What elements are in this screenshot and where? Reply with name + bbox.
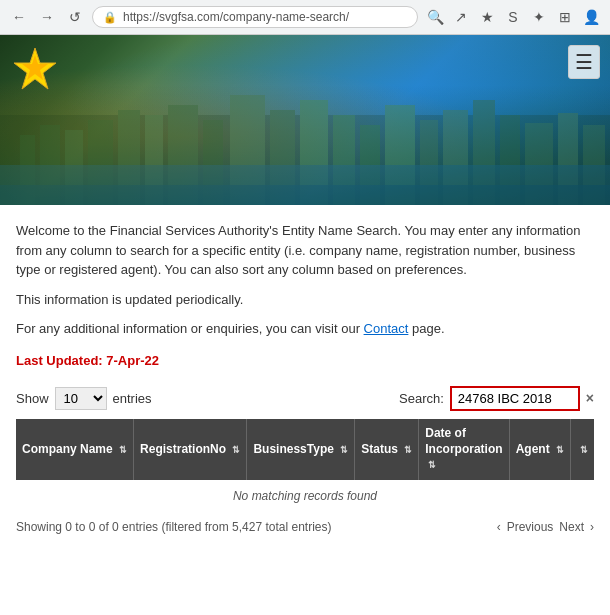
search-label: Search: [399, 389, 444, 409]
svg-rect-23 [0, 185, 610, 205]
sort-doi-icon: ⇅ [428, 460, 436, 470]
header-banner: ☰ [0, 35, 610, 205]
pagination-arrow-left: ‹ [497, 518, 501, 536]
contact-link[interactable]: Contact [364, 321, 409, 336]
extension2-icon[interactable]: ✦ [528, 6, 550, 28]
sort-status-icon: ⇅ [404, 445, 412, 455]
col-company-name[interactable]: Company Name ⇅ [16, 419, 134, 480]
col-business-type-label: BusinessType [253, 442, 333, 456]
update-info: This information is updated periodically… [16, 290, 594, 310]
no-records-message: No matching records found [16, 480, 594, 512]
bookmark-icon[interactable]: ★ [476, 6, 498, 28]
col-business-type[interactable]: BusinessType ⇅ [247, 419, 355, 480]
data-table: Company Name ⇅ RegistrationNo ⇅ Business… [16, 419, 594, 512]
menu-button[interactable]: ☰ [568, 45, 600, 79]
col-doi-label: Date ofIncorporation [425, 426, 502, 456]
search-clear-button[interactable]: × [586, 388, 594, 409]
main-content: Welcome to the Financial Services Author… [0, 205, 610, 552]
col-status-label: Status [361, 442, 398, 456]
address-bar[interactable]: 🔒 https://svgfsa.com/company-name-search… [92, 6, 418, 28]
reload-button[interactable]: ↺ [64, 6, 86, 28]
table-header: Company Name ⇅ RegistrationNo ⇅ Business… [16, 419, 594, 480]
col-registration-no-label: RegistrationNo [140, 442, 226, 456]
last-updated-label: Last Updated: [16, 353, 103, 368]
forward-button[interactable]: → [36, 6, 58, 28]
table-controls: Show 10 25 50 100 entries Search: × [16, 386, 594, 411]
profile-icon[interactable]: 👤 [580, 6, 602, 28]
col-extra[interactable]: ⇅ [571, 419, 595, 480]
previous-button[interactable]: Previous [507, 518, 554, 536]
sort-extra-icon: ⇅ [580, 445, 588, 455]
contact-paragraph: For any additional information or enquir… [16, 319, 594, 339]
sort-registration-no-icon: ⇅ [232, 445, 240, 455]
lock-icon: 🔒 [103, 11, 117, 24]
browser-actions: 🔍 ↗ ★ S ✦ ⊞ 👤 [424, 6, 602, 28]
col-registration-no[interactable]: RegistrationNo ⇅ [134, 419, 247, 480]
sort-company-name-icon: ⇅ [119, 445, 127, 455]
back-button[interactable]: ← [8, 6, 30, 28]
contact-suffix: page. [408, 321, 444, 336]
url-text: https://svgfsa.com/company-name-search/ [123, 10, 407, 24]
share-icon[interactable]: ↗ [450, 6, 472, 28]
pagination: ‹ Previous Next › [497, 518, 594, 536]
extension1-icon[interactable]: S [502, 6, 524, 28]
search-box: Search: × [399, 386, 594, 411]
next-button[interactable]: Next [559, 518, 584, 536]
sort-business-type-icon: ⇅ [340, 445, 348, 455]
search-input[interactable] [450, 386, 580, 411]
col-agent[interactable]: Agent ⇅ [509, 419, 570, 480]
showing-info: Showing 0 to 0 of 0 entries (filtered fr… [16, 518, 332, 536]
entries-select[interactable]: 10 25 50 100 [55, 387, 107, 410]
intro-paragraph: Welcome to the Financial Services Author… [16, 221, 594, 280]
show-label: Show [16, 389, 49, 409]
last-updated: Last Updated: 7-Apr-22 [16, 351, 594, 371]
table-body: No matching records found [16, 480, 594, 512]
no-records-row: No matching records found [16, 480, 594, 512]
browser-toolbar: ← → ↺ 🔒 https://svgfsa.com/company-name-… [0, 0, 610, 35]
site-logo[interactable] [8, 43, 63, 98]
col-status[interactable]: Status ⇅ [355, 419, 419, 480]
table-footer: Showing 0 to 0 of 0 entries (filtered fr… [16, 518, 594, 536]
col-date-of-incorporation[interactable]: Date ofIncorporation ⇅ [419, 419, 509, 480]
col-company-name-label: Company Name [22, 442, 113, 456]
last-updated-value: 7-Apr-22 [103, 353, 159, 368]
show-entries-control: Show 10 25 50 100 entries [16, 387, 152, 410]
entries-label: entries [113, 389, 152, 409]
extension3-icon[interactable]: ⊞ [554, 6, 576, 28]
sort-agent-icon: ⇅ [556, 445, 564, 455]
contact-prefix: For any additional information or enquir… [16, 321, 364, 336]
search-icon[interactable]: 🔍 [424, 6, 446, 28]
col-agent-label: Agent [516, 442, 550, 456]
pagination-arrow-right: › [590, 518, 594, 536]
